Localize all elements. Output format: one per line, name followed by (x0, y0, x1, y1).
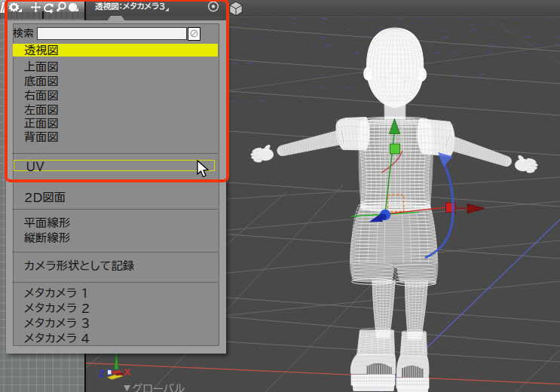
svg-text:Z: Z (99, 368, 105, 379)
svg-text:グローバル: グローバル (132, 383, 185, 392)
svg-text:X: X (124, 366, 130, 378)
svg-text:▼: ▼ (124, 384, 131, 392)
